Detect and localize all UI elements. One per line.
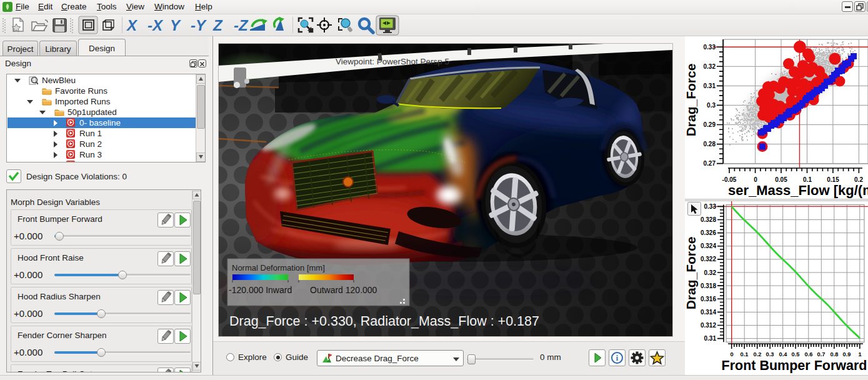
svg-text:0.31: 0.31 <box>704 335 717 342</box>
svg-text:0.33: 0.33 <box>704 44 716 51</box>
svg-text:0.316: 0.316 <box>701 296 716 302</box>
svg-text:0.3: 0.3 <box>707 102 716 109</box>
svg-text:0.7: 0.7 <box>817 351 826 358</box>
svg-text:ser_Mass_Flow [kg/(m·: ser_Mass_Flow [kg/(m· <box>728 182 868 198</box>
svg-text:0.27: 0.27 <box>704 160 716 167</box>
svg-text:Drag_Force: Drag_Force <box>685 237 698 310</box>
svg-text:0.5: 0.5 <box>792 351 800 358</box>
svg-text:0.4: 0.4 <box>779 351 788 358</box>
svg-text:Y: Y <box>170 17 181 34</box>
svg-text:0.1: 0.1 <box>741 351 749 358</box>
svg-text:0.32: 0.32 <box>704 269 717 276</box>
svg-text:0.314: 0.314 <box>701 309 716 316</box>
svg-text:0.9: 0.9 <box>843 351 851 358</box>
svg-text:0.32: 0.32 <box>704 63 716 70</box>
svg-text:0.2: 0.2 <box>754 351 762 358</box>
svg-text:Drag_Force : +0.330, Radiator_: Drag_Force : +0.330, Radiator_Mass_Flow … <box>229 314 539 329</box>
svg-text:1: 1 <box>858 351 861 358</box>
svg-text:0.3: 0.3 <box>766 351 774 358</box>
svg-text:0.326: 0.326 <box>701 229 716 236</box>
svg-text:Viewpoint: PowerShot Persp 5: Viewpoint: PowerShot Persp 5 <box>336 57 449 66</box>
svg-text:-Y: -Y <box>191 17 207 34</box>
svg-text:0.28: 0.28 <box>704 141 716 148</box>
svg-text:Outward 120.000: Outward 120.000 <box>310 285 377 295</box>
svg-text:0.8: 0.8 <box>831 351 839 358</box>
svg-text:0.318: 0.318 <box>701 282 716 289</box>
svg-text:0.29: 0.29 <box>704 121 716 128</box>
svg-text:X: X <box>126 17 138 34</box>
svg-text:Normal Deformation [mm]: Normal Deformation [mm] <box>232 263 325 272</box>
svg-text:Front Bumper Forward: Front Bumper Forward <box>722 358 867 373</box>
svg-text:0.328: 0.328 <box>701 216 716 223</box>
svg-text:-X: -X <box>147 17 164 34</box>
svg-text:0.324: 0.324 <box>701 242 716 249</box>
svg-text:0: 0 <box>730 351 733 358</box>
svg-text:0.312: 0.312 <box>701 322 716 329</box>
svg-text:-120.000 Inward: -120.000 Inward <box>229 285 292 295</box>
svg-text:0.33: 0.33 <box>704 203 717 210</box>
svg-text:0.322: 0.322 <box>701 256 716 262</box>
svg-text:Z: Z <box>212 17 223 34</box>
svg-text:-Z: -Z <box>234 17 249 34</box>
svg-text:0.6: 0.6 <box>805 351 813 358</box>
svg-text:0.31: 0.31 <box>704 82 716 89</box>
svg-text:Drag_Force: Drag_Force <box>685 64 698 137</box>
